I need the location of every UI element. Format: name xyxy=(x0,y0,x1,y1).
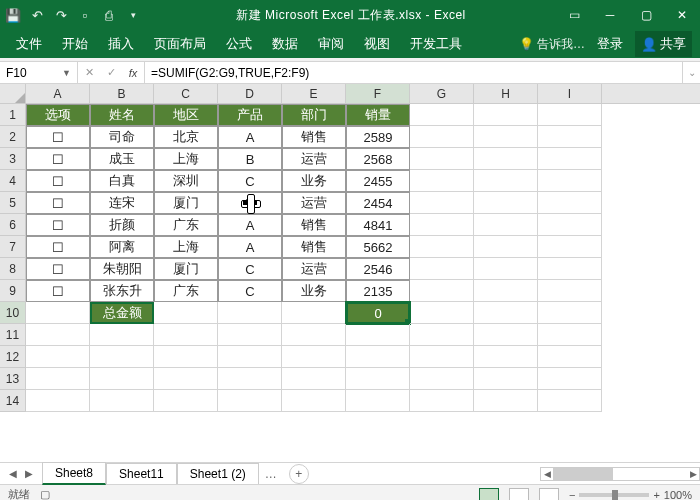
cell[interactable] xyxy=(154,302,218,324)
col-header-g[interactable]: G xyxy=(410,84,474,103)
cell[interactable] xyxy=(474,258,538,280)
cell[interactable] xyxy=(474,390,538,412)
cell[interactable] xyxy=(90,346,154,368)
sheet-more[interactable]: … xyxy=(259,467,283,481)
sheet-nav-prev-icon[interactable]: ◀ xyxy=(6,468,20,479)
new-file-icon[interactable]: ▫ xyxy=(76,6,94,24)
cell[interactable]: 2455 xyxy=(346,170,410,192)
cell[interactable]: A xyxy=(218,126,282,148)
signin-link[interactable]: 登录 xyxy=(589,31,631,57)
view-page-layout-button[interactable] xyxy=(509,488,529,501)
cell[interactable] xyxy=(474,214,538,236)
cell[interactable]: 销售 xyxy=(282,236,346,258)
cell[interactable] xyxy=(410,104,474,126)
header-cell[interactable]: 部门 xyxy=(282,104,346,126)
cell[interactable] xyxy=(218,368,282,390)
checkbox-cell[interactable]: ☐ xyxy=(26,214,90,236)
cell[interactable] xyxy=(410,280,474,302)
cell[interactable] xyxy=(474,368,538,390)
cell[interactable] xyxy=(410,346,474,368)
col-header-e[interactable]: E xyxy=(282,84,346,103)
cell[interactable] xyxy=(410,170,474,192)
cell[interactable] xyxy=(346,324,410,346)
row-header[interactable]: 8 xyxy=(0,258,26,280)
share-button[interactable]: 👤共享 xyxy=(635,31,692,57)
header-cell[interactable]: 姓名 xyxy=(90,104,154,126)
restore-icon[interactable]: ▢ xyxy=(632,4,660,26)
add-sheet-button[interactable]: + xyxy=(289,464,309,484)
cell[interactable] xyxy=(90,368,154,390)
cell[interactable] xyxy=(26,324,90,346)
tab-view[interactable]: 视图 xyxy=(356,31,398,57)
row-header[interactable]: 9 xyxy=(0,280,26,302)
close-icon[interactable]: ✕ xyxy=(668,4,696,26)
header-cell[interactable]: 地区 xyxy=(154,104,218,126)
cell[interactable] xyxy=(474,324,538,346)
print-preview-icon[interactable]: ⎙ xyxy=(100,6,118,24)
cell[interactable] xyxy=(410,302,474,324)
row-header[interactable]: 2 xyxy=(0,126,26,148)
col-header-f[interactable]: F xyxy=(346,84,410,103)
row-header[interactable]: 12 xyxy=(0,346,26,368)
cell[interactable]: A xyxy=(218,236,282,258)
cell[interactable] xyxy=(474,192,538,214)
cell[interactable]: 折颜 xyxy=(90,214,154,236)
checkbox-cell[interactable]: ☐ xyxy=(26,170,90,192)
cell[interactable] xyxy=(282,346,346,368)
col-header-h[interactable]: H xyxy=(474,84,538,103)
cell[interactable]: 上海 xyxy=(154,148,218,170)
cell[interactable]: 运营 xyxy=(282,192,346,214)
scroll-thumb[interactable] xyxy=(553,468,613,480)
cell[interactable] xyxy=(90,390,154,412)
cell[interactable] xyxy=(154,346,218,368)
cell[interactable] xyxy=(538,126,602,148)
cell[interactable] xyxy=(218,324,282,346)
zoom-out-button[interactable]: − xyxy=(569,489,575,501)
cell[interactable] xyxy=(538,258,602,280)
cell[interactable] xyxy=(538,390,602,412)
cell[interactable] xyxy=(538,302,602,324)
expand-formula-icon[interactable]: ⌄ xyxy=(682,62,700,83)
checkbox-cell[interactable]: ☐ xyxy=(26,192,90,214)
chevron-down-icon[interactable]: ▼ xyxy=(62,68,71,78)
cell[interactable]: 5662 xyxy=(346,236,410,258)
zoom-slider[interactable] xyxy=(579,493,649,497)
cell[interactable]: 北京 xyxy=(154,126,218,148)
cell[interactable]: 厦门 xyxy=(154,192,218,214)
cell[interactable]: 司命 xyxy=(90,126,154,148)
col-header-d[interactable]: D xyxy=(218,84,282,103)
sheet-tab[interactable]: Sheet11 xyxy=(106,463,177,484)
cell[interactable]: 2589 xyxy=(346,126,410,148)
cell[interactable] xyxy=(474,302,538,324)
zoom-in-button[interactable]: + xyxy=(653,489,659,501)
cell[interactable]: 阿离 xyxy=(90,236,154,258)
tab-insert[interactable]: 插入 xyxy=(100,31,142,57)
scroll-left-icon[interactable]: ◀ xyxy=(541,469,553,479)
cell[interactable] xyxy=(538,324,602,346)
cell[interactable] xyxy=(538,104,602,126)
checkbox-cell[interactable]: ☐ xyxy=(26,258,90,280)
cell[interactable]: 4841 xyxy=(346,214,410,236)
cell[interactable] xyxy=(346,346,410,368)
name-box[interactable]: F10 ▼ xyxy=(0,62,78,83)
cell[interactable] xyxy=(410,258,474,280)
sheet-nav-next-icon[interactable]: ▶ xyxy=(22,468,36,479)
tell-me[interactable]: 💡告诉我… xyxy=(519,36,585,53)
cell[interactable]: 上海 xyxy=(154,236,218,258)
zoom-level[interactable]: 100% xyxy=(664,489,692,501)
undo-icon[interactable]: ↶ xyxy=(28,6,46,24)
view-page-break-button[interactable] xyxy=(539,488,559,501)
cell[interactable]: 运营 xyxy=(282,258,346,280)
row-header[interactable]: 13 xyxy=(0,368,26,390)
save-icon[interactable]: 💾 xyxy=(4,6,22,24)
cell[interactable] xyxy=(282,324,346,346)
tab-file[interactable]: 文件 xyxy=(8,31,50,57)
cell[interactable] xyxy=(154,324,218,346)
col-header-c[interactable]: C xyxy=(154,84,218,103)
cell[interactable] xyxy=(474,346,538,368)
header-cell[interactable]: 产品 xyxy=(218,104,282,126)
cell[interactable]: 白真 xyxy=(90,170,154,192)
cell[interactable] xyxy=(282,368,346,390)
cell[interactable]: 厦门 xyxy=(154,258,218,280)
tab-review[interactable]: 审阅 xyxy=(310,31,352,57)
